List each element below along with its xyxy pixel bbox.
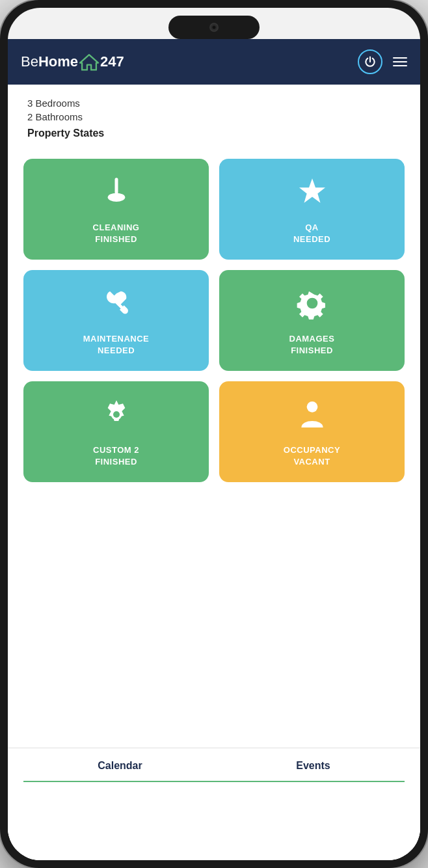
svg-rect-0 [114,178,118,194]
qa-needed-label: QA NEEDED [293,222,330,245]
power-button[interactable] [358,49,382,74]
occupancy-vacant-label: OCCUPANCY VACANT [284,444,340,468]
states-grid: CLEANING FINISHED QA NEEDED [8,148,420,498]
state-card-maintenance-needed[interactable]: MAINTENANCE NEEDED [23,270,209,371]
maintenance-needed-label: MAINTENANCE NEEDED [83,333,150,357]
svg-point-5 [306,401,317,413]
logo-number: 247 [100,53,124,70]
camera [209,23,219,32]
property-states-title: Property States [27,128,401,139]
bedrooms-label: 3 Bedrooms [27,98,401,109]
state-card-damages-finished[interactable]: DAMAGES FINISHED [219,270,405,371]
svg-point-4 [113,411,120,418]
tab-calendar[interactable]: Calendar [91,757,148,774]
bottom-section: Calendar Events [8,748,420,860]
home-icon [79,53,100,71]
state-card-qa-needed[interactable]: QA NEEDED [219,159,405,260]
cleaning-finished-label: CLEANING FINISHED [93,222,140,245]
notch [168,16,260,39]
phone-screen: BeHome 247 [8,8,420,860]
state-card-cleaning-finished[interactable]: CLEANING FINISHED [23,159,209,260]
logo-be: Be [21,53,38,70]
gear-icon-damages [296,287,328,324]
app-header: BeHome 247 [8,39,420,85]
events-area [8,782,420,860]
header-actions [358,49,407,74]
menu-button[interactable] [393,57,407,66]
logo-text: BeHome [21,53,78,70]
bathrooms-label: 2 Bathrooms [27,111,401,122]
phone-frame: BeHome 247 [0,0,428,868]
star-icon [296,176,328,213]
tab-row: Calendar Events [8,748,420,781]
damages-finished-label: DAMAGES FINISHED [289,333,335,357]
wrench-icon [100,287,133,324]
state-card-occupancy-vacant[interactable]: OCCUPANCY VACANT [219,381,405,482]
broom-icon [100,176,133,213]
tab-events[interactable]: Events [289,757,336,774]
gear-icon-custom2 [100,398,133,435]
custom2-finished-label: CUSTOM 2 FINISHED [93,444,139,468]
person-icon [296,398,328,435]
main-content: 3 Bedrooms 2 Bathrooms Property States [8,85,420,748]
svg-marker-2 [299,178,325,203]
logo-home: Home [38,53,78,70]
property-info: 3 Bedrooms 2 Bathrooms Property States [8,85,420,148]
state-card-custom2-finished[interactable]: CUSTOM 2 FINISHED [23,381,209,482]
logo: BeHome 247 [21,53,124,71]
